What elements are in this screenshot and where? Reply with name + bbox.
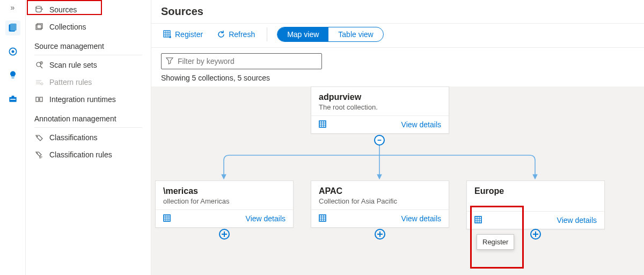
nav-item-classification-rules[interactable]: Classification rules (26, 146, 151, 163)
toolbar-separator (267, 27, 267, 41)
svg-rect-14 (36, 97, 39, 102)
rail-item-datamap[interactable] (5, 20, 20, 35)
nav-item-label: Classification rules (49, 150, 112, 159)
nav-item-label: Classifications (49, 133, 97, 142)
tag-rules-icon (34, 150, 44, 160)
svg-rect-20 (164, 215, 170, 221)
rail-item-management[interactable] (5, 91, 20, 106)
nav-item-collections[interactable]: Collections (26, 18, 151, 35)
grid-icon[interactable] (163, 214, 172, 223)
register-tooltip: Register (477, 234, 514, 250)
collapse-node-icon[interactable] (374, 135, 385, 146)
nav-item-label: Scan rule sets (49, 61, 97, 69)
grid-icon[interactable] (319, 214, 327, 223)
card-desc: Collection for Asia Pacific (319, 197, 441, 205)
nav-divider (34, 55, 142, 55)
icon-rail: » (0, 0, 26, 275)
main-content: Sources Register Refresh Map view Table … (151, 0, 644, 275)
grid-icon[interactable] (474, 216, 483, 225)
card-title: \mericas (163, 186, 286, 196)
card-desc: The root collection. (319, 103, 441, 111)
refresh-button[interactable]: Refresh (215, 29, 257, 40)
nav-item-label: Pattern rules (49, 78, 92, 86)
tag-icon (34, 133, 44, 142)
pattern-icon (34, 77, 44, 87)
view-details-link[interactable]: View details (557, 216, 597, 225)
nav-item-label: Collections (49, 23, 86, 31)
add-child-button[interactable] (530, 228, 541, 240)
card-title: adpurview (319, 92, 441, 102)
add-child-button[interactable] (218, 228, 230, 240)
filter-input[interactable] (178, 57, 317, 66)
collection-card-europe[interactable]: Europe View details (466, 180, 605, 229)
nav-item-classifications[interactable]: Classifications (26, 129, 151, 146)
register-button[interactable]: Register (161, 29, 205, 40)
card-title: APAC (319, 186, 441, 196)
nav-item-pattern-rules: Pattern rules (26, 74, 151, 91)
svg-rect-7 (10, 99, 16, 100)
card-desc (474, 197, 597, 207)
register-grid-icon (163, 30, 172, 39)
button-label: Refresh (229, 30, 255, 39)
nav-section-annotation-mgmt: Annotation management (26, 108, 151, 126)
svg-rect-15 (40, 97, 42, 102)
svg-rect-24 (475, 216, 481, 223)
rail-item-catalog[interactable] (5, 44, 20, 59)
collections-icon (34, 22, 44, 32)
view-details-link[interactable]: View details (401, 214, 441, 223)
grid-icon[interactable] (319, 120, 327, 129)
table-view-toggle[interactable]: Table view (328, 27, 383, 41)
svg-rect-4 (11, 77, 14, 78)
card-title: Europe (474, 186, 597, 196)
add-child-button[interactable] (374, 228, 386, 240)
rail-item-insights[interactable] (5, 68, 20, 83)
nav-item-integration-runtimes[interactable]: Integration runtimes (26, 91, 151, 108)
showing-summary: Showing 5 collections, 5 sources (151, 74, 644, 86)
svg-rect-22 (319, 215, 326, 221)
filter-row (151, 48, 644, 74)
svg-point-16 (37, 136, 38, 137)
collection-card-apac[interactable]: APAC Collection for Asia Pacific View de… (311, 180, 449, 228)
svg-point-8 (36, 6, 41, 9)
refresh-icon (217, 30, 225, 39)
expand-rail-icon[interactable]: » (11, 3, 15, 12)
svg-rect-1 (10, 24, 17, 31)
nav-section-source-mgmt: Source management (26, 35, 151, 54)
map-canvas[interactable]: adpurview The root collection. View deta… (151, 86, 644, 275)
view-toggle: Map view Table view (277, 27, 384, 42)
collection-card-americas[interactable]: \mericas ollection for Americas View det… (155, 180, 294, 228)
toolbar: Register Refresh Map view Table view (151, 23, 644, 48)
map-view-toggle[interactable]: Map view (277, 27, 328, 41)
card-desc: ollection for Americas (163, 197, 286, 205)
nav-item-scan-rule-sets[interactable]: Scan rule sets (26, 56, 151, 74)
left-nav: Sources Collections Source management Sc… (26, 0, 151, 275)
nav-divider (34, 127, 142, 128)
scan-icon (34, 60, 44, 70)
runtime-icon (34, 95, 44, 104)
view-details-link[interactable]: View details (246, 214, 286, 223)
svg-rect-18 (164, 31, 170, 37)
database-icon (34, 5, 44, 15)
nav-item-label: Sources (49, 5, 77, 14)
filter-input-wrapper[interactable] (161, 53, 322, 69)
page-title: Sources (151, 0, 644, 23)
button-label: Register (175, 30, 203, 39)
svg-point-3 (11, 50, 14, 53)
nav-item-sources[interactable]: Sources (26, 1, 151, 18)
filter-icon (166, 57, 173, 66)
svg-point-17 (37, 153, 38, 154)
nav-item-label: Integration runtimes (49, 95, 116, 104)
svg-rect-19 (319, 121, 326, 127)
collection-card-root[interactable]: adpurview The root collection. View deta… (311, 86, 449, 134)
svg-rect-6 (11, 96, 14, 97)
view-details-link[interactable]: View details (401, 120, 441, 129)
